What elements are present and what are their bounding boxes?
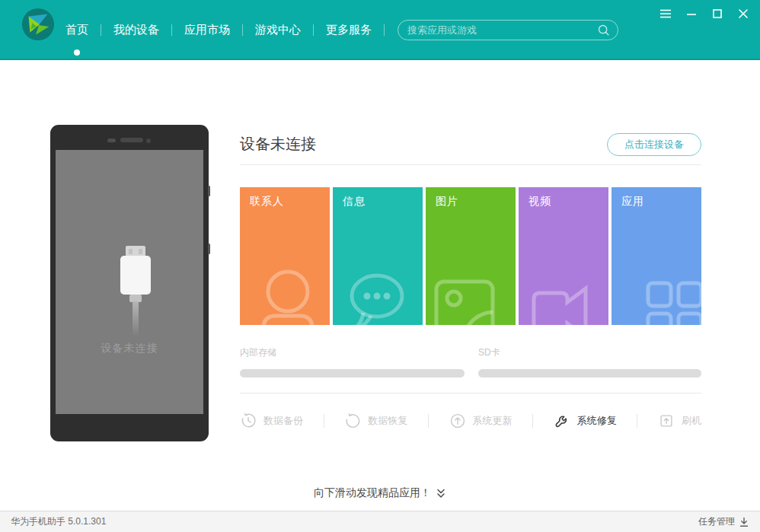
nav-item-app-market[interactable]: 应用市场: [183, 18, 232, 42]
menu-icon[interactable]: [658, 6, 673, 21]
storage-label: 内部存储: [240, 346, 465, 359]
window-controls: [658, 6, 751, 21]
device-status-text: 设备未连接: [56, 342, 203, 355]
data-backup-button[interactable]: 数据备份: [240, 413, 303, 429]
system-update-button[interactable]: 系统更新: [449, 413, 513, 429]
bottom-toolbar: 数据备份 数据恢复 系统更新 系统修复 刷机: [240, 409, 701, 433]
video-icon: [519, 266, 605, 325]
nav-item-my-device[interactable]: 我的设备: [112, 18, 161, 42]
internal-storage-bar: [240, 369, 465, 377]
search-input[interactable]: [407, 24, 597, 36]
internal-storage-meter: 内部存储: [240, 346, 465, 377]
double-chevron-down-icon: [436, 488, 446, 499]
toolbar-separator: [428, 414, 429, 428]
maximize-icon[interactable]: [710, 6, 725, 21]
main-nav: 首页 我的设备 应用市场 游戏中心 更多服务: [64, 0, 395, 60]
tile-messages[interactable]: 信息: [333, 187, 423, 325]
data-restore-button[interactable]: 数据恢复: [344, 413, 407, 429]
phone-camera-dot: [146, 139, 151, 143]
search-icon[interactable]: [597, 24, 610, 37]
tile-label: 图片: [436, 195, 458, 209]
phone-screen: 设备未连接: [56, 150, 203, 414]
divider: [240, 393, 701, 393]
tile-label: 信息: [343, 195, 366, 209]
nav-label: 我的设备: [113, 23, 159, 36]
header-bar: 首页 我的设备 应用市场 游戏中心 更多服务: [0, 0, 760, 60]
app-version-text: 华为手机助手 5.0.1.301: [11, 515, 106, 528]
tile-label: 联系人: [250, 195, 284, 209]
nav-separator: [171, 24, 172, 36]
toolbar-separator: [324, 414, 324, 428]
phone-speaker-grille: [120, 138, 143, 142]
phone-volume-button: [208, 244, 210, 254]
nav-item-home[interactable]: 首页: [64, 18, 90, 42]
picture-icon: [426, 268, 511, 325]
close-icon[interactable]: [736, 6, 751, 21]
nav-item-more-services[interactable]: 更多服务: [324, 18, 373, 42]
usb-cable: [133, 301, 139, 336]
scroll-down-hint[interactable]: 向下滑动发现精品应用！: [0, 486, 760, 500]
nav-separator: [313, 24, 314, 36]
phone-speaker-dash: [107, 139, 116, 142]
flash-phone-icon: [658, 413, 675, 429]
divider: [240, 164, 701, 165]
connect-device-button[interactable]: 点击连接设备: [607, 133, 701, 156]
backup-clock-icon: [240, 413, 257, 429]
page-title: 设备未连接: [240, 134, 316, 155]
tile-label: 视频: [528, 195, 551, 209]
nav-label: 更多服务: [326, 23, 372, 36]
tile-videos[interactable]: 视频: [519, 187, 608, 325]
tile-apps[interactable]: 应用: [612, 187, 701, 325]
status-bar: 华为手机助手 5.0.1.301 任务管理: [0, 511, 760, 532]
phone-illustration: 设备未连接: [50, 125, 209, 441]
contact-icon: [241, 263, 330, 325]
tile-label: 应用: [621, 195, 644, 209]
sd-card-bar: [478, 369, 701, 377]
category-tiles: 联系人 信息 图片 视频: [240, 187, 701, 325]
task-manager-button[interactable]: 任务管理: [698, 515, 749, 528]
hisuite-logo: [21, 7, 56, 42]
phone-power-button: [208, 186, 210, 196]
storage-label: SD卡: [478, 346, 701, 359]
toolbar-separator: [637, 414, 637, 428]
nav-separator: [242, 24, 243, 36]
nav-item-game-center[interactable]: 游戏中心: [254, 18, 302, 42]
system-repair-button[interactable]: 系统修复: [554, 413, 617, 429]
message-icon: [333, 258, 421, 325]
nav-label: 首页: [65, 23, 88, 36]
nav-label: 游戏中心: [255, 23, 301, 36]
hint-text: 向下滑动发现精品应用！: [314, 486, 431, 500]
wrench-icon: [554, 413, 570, 429]
tile-contacts[interactable]: 联系人: [240, 187, 330, 325]
flash-rom-button[interactable]: 刷机: [658, 413, 701, 429]
update-arrow-icon: [449, 413, 466, 429]
restore-arrow-icon: [344, 413, 361, 429]
nav-separator: [101, 24, 101, 36]
sd-card-meter: SD卡: [478, 346, 701, 377]
active-indicator-dot: [74, 49, 80, 56]
search-box[interactable]: [398, 20, 618, 40]
tile-pictures[interactable]: 图片: [426, 187, 516, 325]
hisuite-window: 首页 我的设备 应用市场 游戏中心 更多服务: [0, 0, 760, 532]
minimize-icon[interactable]: [684, 6, 699, 21]
toolbar-separator: [532, 414, 533, 428]
download-tray-icon: [739, 517, 749, 527]
apps-icon: [627, 260, 701, 325]
nav-separator: [384, 24, 385, 36]
usb-plug-icon: [120, 256, 151, 295]
nav-label: 应用市场: [184, 23, 230, 36]
